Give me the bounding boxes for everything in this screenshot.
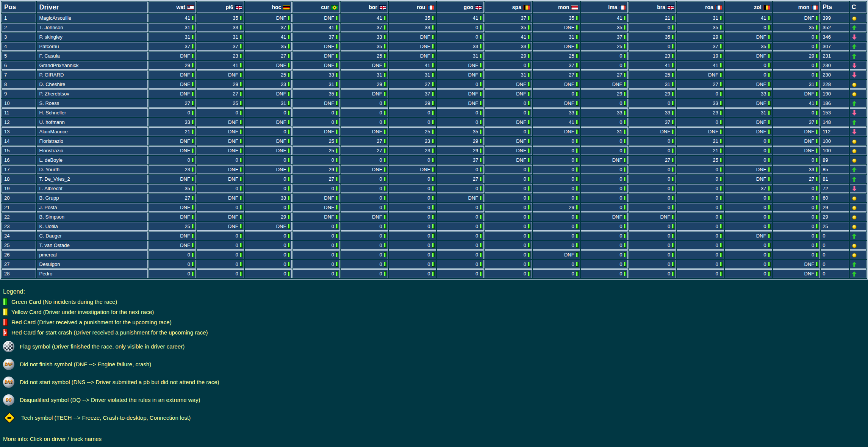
result-value: 0	[188, 110, 190, 116]
result-value: 35	[425, 15, 430, 21]
green-card-icon	[240, 101, 242, 106]
race-name-link[interactable]: mon	[558, 4, 569, 10]
driver-name-link[interactable]: L. Albrecht	[39, 186, 63, 191]
driver-name-link[interactable]: D. Yourth	[39, 167, 60, 172]
result-value: 35	[809, 25, 814, 30]
change-cell	[850, 80, 866, 89]
result-value: 0	[763, 252, 766, 258]
driver-name-link[interactable]: MagicArsouille	[39, 15, 72, 21]
race-name-link[interactable]: bra	[657, 4, 665, 10]
driver-name-link[interactable]: U. hofmann	[39, 119, 65, 125]
race-name-link[interactable]: lma	[608, 4, 617, 10]
green-card-icon	[528, 82, 530, 87]
race-result-cell: 0	[341, 241, 388, 250]
driver-name-link[interactable]: B. Simpson	[39, 214, 64, 220]
points-cell: 89	[821, 156, 849, 164]
race-result-cell: DNF	[629, 213, 676, 221]
driver-name-link[interactable]: AlainMaurice	[39, 129, 68, 134]
race-result-cell: 0	[677, 213, 724, 221]
green-card-icon	[432, 72, 435, 77]
driver-name-link[interactable]: K. Uotila	[39, 224, 58, 229]
driver-name-link[interactable]: Pedro	[39, 271, 53, 277]
result-value: 0	[571, 271, 574, 277]
driver-name-link[interactable]: L. deBoyle	[39, 157, 63, 163]
race-result-cell: 29	[773, 52, 820, 60]
race-name-link[interactable]: mon	[798, 4, 810, 10]
driver-name-link[interactable]: C. Dauger	[39, 233, 62, 239]
race-result-cell: 0	[245, 156, 292, 164]
race-result-cell: DNF	[437, 89, 484, 98]
race-result-cell: 33	[341, 33, 388, 41]
legend-title: Legend:	[3, 286, 868, 297]
result-value: 0	[619, 119, 622, 125]
driver-name-link[interactable]: P. skingley	[39, 34, 63, 40]
green-card-icon	[384, 53, 386, 58]
result-value: 23	[233, 53, 238, 59]
race-result-cell: DNF	[197, 70, 244, 79]
driver-name-link[interactable]: pmercal	[39, 252, 57, 258]
race-result-cell: 0	[389, 213, 436, 221]
gb-flag-icon	[235, 5, 242, 10]
driver-name-link[interactable]: F. Casula	[39, 53, 60, 59]
result-value: 33	[329, 72, 334, 78]
race-result-cell: 27	[197, 89, 244, 98]
green-card-icon	[192, 205, 194, 210]
race-result-cell: 0	[197, 203, 244, 212]
driver-name-link[interactable]: GrandPrixYannick	[39, 63, 79, 68]
driver-name-link[interactable]: P. GIRARD	[39, 72, 64, 78]
race-name-link[interactable]: zol	[754, 4, 761, 10]
race-result-cell: 25	[341, 52, 388, 60]
green-card-icon	[288, 205, 290, 210]
result-value: DNF	[324, 195, 334, 201]
result-value: 37	[713, 44, 718, 49]
race-result-cell: 0	[485, 269, 532, 278]
position-equal-icon	[852, 206, 857, 210]
race-result-cell: 0	[292, 184, 340, 193]
driver-name-link[interactable]: T. De_Vries_2	[39, 176, 70, 182]
position-equal-icon	[852, 139, 857, 144]
race-result-cell: 33	[292, 70, 340, 79]
driver-name-link[interactable]: H. Schneller	[39, 110, 66, 116]
race-result-cell: 37	[725, 184, 772, 193]
driver-name-link[interactable]: T. Johnson	[39, 25, 63, 30]
driver-name-link[interactable]: D. Cheshire	[39, 81, 66, 87]
race-name-link[interactable]: goo	[464, 4, 474, 10]
driver-name-link[interactable]: J. Posta	[39, 205, 57, 210]
race-name-link[interactable]: hoc	[272, 4, 281, 10]
driver-name-link[interactable]: Floristrazio	[39, 148, 64, 153]
driver-name-link[interactable]: B. Grupp	[39, 195, 59, 201]
driver-name-link[interactable]: Desulgon	[39, 261, 60, 267]
race-name-link[interactable]: cur	[321, 4, 329, 10]
result-value: 0	[380, 110, 382, 116]
race-name-link[interactable]: spa	[512, 4, 521, 10]
race-name-link[interactable]: rou	[417, 4, 425, 10]
race-result-cell: 0	[292, 241, 340, 250]
driver-name-link[interactable]: S. Roess	[39, 100, 59, 106]
green-card-icon	[480, 139, 482, 144]
result-value: 0	[332, 119, 334, 125]
change-cell	[850, 194, 866, 202]
result-value: 0	[619, 261, 622, 267]
result-value: DNF	[276, 224, 286, 229]
result-value: DNF	[276, 91, 286, 97]
race-name-link[interactable]: pi6	[225, 4, 233, 10]
race-result-cell: 25	[389, 127, 436, 136]
driver-name-link[interactable]: P. Zherebtsov	[39, 91, 69, 97]
points-cell: 399	[821, 14, 849, 22]
legend-item-dnf-symbol: DNF Did not finish symbol (DNF --> Engin…	[3, 355, 868, 373]
race-result-cell: 0	[149, 260, 196, 269]
driver-name-link[interactable]: Floristrazio	[39, 138, 64, 144]
driver-name-link[interactable]: Patcornu	[39, 44, 59, 49]
legend-item-red-card: Red Card (Driver received a punishment f…	[3, 317, 868, 327]
race-result-cell: DNF	[773, 127, 820, 136]
race-name-link[interactable]: bor	[369, 4, 377, 10]
race-result-cell: 0	[485, 99, 532, 108]
race-name-link[interactable]: roa	[705, 4, 713, 10]
race-name-link[interactable]: wat	[177, 4, 185, 10]
green-card-icon	[384, 233, 386, 238]
result-value: 0	[380, 176, 382, 182]
result-value: 0	[283, 261, 286, 267]
green-card-icon	[768, 205, 771, 210]
green-card-icon	[576, 233, 579, 238]
driver-name-link[interactable]: T. van Ostade	[39, 242, 70, 248]
